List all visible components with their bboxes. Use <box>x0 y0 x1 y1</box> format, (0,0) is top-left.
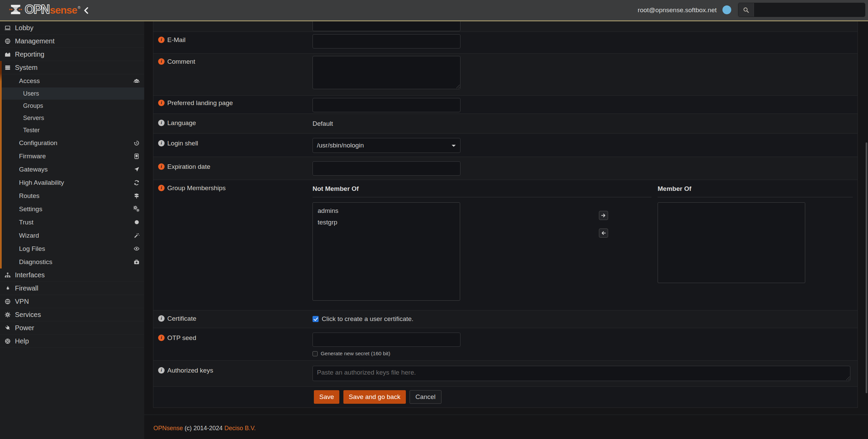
not-member-listbox[interactable]: admins testgrp <box>313 202 460 301</box>
sidebar-item-label: Groups <box>23 102 43 109</box>
form-row-otp-seed: OTP seed Generate new secret (160 bit) <box>153 328 857 360</box>
info-icon[interactable] <box>158 185 165 191</box>
tablet-icon <box>133 153 140 159</box>
sidebar-item-servers[interactable]: Servers <box>0 112 144 124</box>
sidebar-item-vpn[interactable]: VPN <box>0 295 144 308</box>
sidebar-item-high-availability[interactable]: High Availability <box>0 176 144 189</box>
page-scrollbar-thumb[interactable] <box>866 142 867 393</box>
info-icon[interactable] <box>158 315 165 322</box>
sidebar-item-services[interactable]: Services <box>0 308 144 321</box>
info-icon[interactable] <box>158 58 165 65</box>
generate-secret-option[interactable]: Generate new secret (160 bit) <box>313 351 857 357</box>
search-input[interactable] <box>754 3 865 17</box>
sidebar-item-gateways[interactable]: Gateways <box>0 163 144 176</box>
form-row-landing-page: Preferred landing page <box>153 95 857 114</box>
comment-textarea[interactable] <box>313 56 460 89</box>
sidebar-item-wizard[interactable]: Wizard <box>0 229 144 242</box>
sidebar-item-diagnostics[interactable]: Diagnostics <box>0 255 144 268</box>
checkbox-label: Generate new secret (160 bit) <box>321 351 390 357</box>
scrolled-off-input[interactable] <box>313 21 460 31</box>
field-label: Expiration date <box>167 163 210 171</box>
sidebar-item-label: Trust <box>19 219 34 226</box>
list-item[interactable]: testgrp <box>313 217 460 228</box>
login-shell-select[interactable]: /usr/sbin/nologin <box>313 138 460 153</box>
list-item[interactable]: admins <box>313 205 460 217</box>
remove-from-group-button[interactable] <box>599 228 608 238</box>
expiration-date-field[interactable] <box>313 161 460 176</box>
sidebar-item-lobby[interactable]: Lobby <box>0 21 144 35</box>
language-value: Default <box>313 116 857 127</box>
authorized-keys-textarea[interactable] <box>313 366 850 381</box>
brand-text-opn: OPN <box>25 3 49 16</box>
sidebar-item-firewall[interactable]: Firewall <box>0 282 144 295</box>
sidebar-item-groups[interactable]: Groups <box>0 100 144 112</box>
sidebar-item-routes[interactable]: Routes <box>0 189 144 202</box>
deciso-footer-link[interactable]: Deciso B.V. <box>224 425 256 432</box>
certificate-checkbox[interactable] <box>313 316 319 322</box>
plug-icon <box>4 325 11 331</box>
info-icon[interactable] <box>158 335 165 341</box>
sidebar-collapse-button[interactable] <box>82 6 90 15</box>
info-icon[interactable] <box>158 367 165 374</box>
page-footer: OPNsense (c) 2014-2024 Deciso B.V. <box>144 415 868 439</box>
sidebar-item-access[interactable]: Access <box>0 74 144 87</box>
sidebar-item-configuration[interactable]: Configuration <box>0 136 144 149</box>
field-label: Login shell <box>167 140 198 147</box>
sidebar-item-label: Gateways <box>19 166 48 173</box>
life-ring-icon <box>4 338 11 344</box>
info-icon[interactable] <box>158 163 165 170</box>
landing-page-field[interactable] <box>313 98 460 112</box>
logged-in-user: root@opnsense.softbox.net <box>638 0 717 20</box>
brand-text-sense: sense <box>50 4 77 16</box>
cancel-button[interactable]: Cancel <box>410 390 441 404</box>
opnsense-footer-link[interactable]: OPNsense <box>153 425 183 432</box>
copyright-text: (c) 2014-2024 <box>185 425 223 432</box>
divider <box>313 197 652 197</box>
search-button[interactable] <box>738 3 754 17</box>
info-icon[interactable] <box>158 120 165 126</box>
not-member-heading: Not Member Of <box>313 180 652 193</box>
field-label: Comment <box>167 58 195 65</box>
sidebar-item-help[interactable]: Help <box>0 335 144 348</box>
sidebar-item-label: Firmware <box>19 153 46 160</box>
fire-icon <box>4 285 11 292</box>
sitemap-icon <box>4 272 11 278</box>
sidebar-item-management[interactable]: Management <box>0 35 144 48</box>
sidebar-item-users[interactable]: Users <box>0 87 144 100</box>
sidebar-item-system[interactable]: System <box>0 61 144 74</box>
otp-seed-field[interactable] <box>313 333 460 347</box>
opnsense-logo[interactable]: OPN sense ® <box>9 3 80 16</box>
status-indicator-dot[interactable] <box>722 5 731 14</box>
save-button[interactable]: Save <box>314 390 339 404</box>
sidebar-item-tester[interactable]: Tester <box>0 124 144 136</box>
form-row-certificate: Certificate Click to create a user certi… <box>153 310 857 328</box>
sidebar-item-label: Lobby <box>15 24 34 32</box>
sidebar-item-firmware[interactable]: Firmware <box>0 149 144 163</box>
arrow-left-icon <box>601 231 606 235</box>
member-listbox[interactable] <box>658 202 805 283</box>
info-icon[interactable] <box>158 100 165 106</box>
sidebar-item-label: Routes <box>19 192 39 200</box>
sidebar-item-label: Management <box>15 37 55 45</box>
generate-secret-checkbox[interactable] <box>313 351 318 356</box>
sidebar-item-label: VPN <box>15 298 29 305</box>
create-certificate-option[interactable]: Click to create a user certificate. <box>313 315 857 323</box>
save-and-go-back-button[interactable]: Save and go back <box>343 390 406 404</box>
opnsense-app: OPN sense ® root@opnsense.softbox.net <box>0 0 868 439</box>
sidebar-item-power[interactable]: Power <box>0 321 144 335</box>
sidebar-item-log-files[interactable]: Log Files <box>0 242 144 255</box>
magic-wand-icon <box>133 232 140 239</box>
sidebar-item-interfaces[interactable]: Interfaces <box>0 268 144 282</box>
info-icon[interactable] <box>158 37 165 43</box>
email-field[interactable] <box>313 34 460 48</box>
sidebar-item-settings[interactable]: Settings <box>0 202 144 216</box>
sidebar-item-reporting[interactable]: Reporting <box>0 48 144 61</box>
sidebar-item-trust[interactable]: Trust <box>0 216 144 229</box>
checkbox-label: Click to create a user certificate. <box>322 315 413 323</box>
medkit-icon <box>133 259 140 265</box>
sidebar-item-label: Help <box>15 337 29 345</box>
info-icon[interactable] <box>158 140 165 146</box>
add-to-group-button[interactable] <box>599 211 608 220</box>
global-search <box>738 3 865 17</box>
field-label: Group Memberships <box>167 184 226 192</box>
